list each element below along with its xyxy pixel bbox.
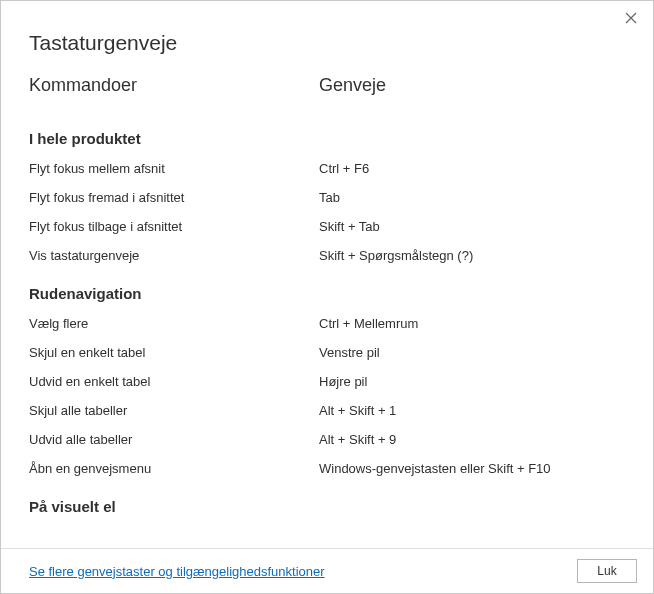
section-product-wide: I hele produktet Flyt fokus mellem afsni… xyxy=(29,130,617,263)
shortcut-row: Skjul en enkelt tabel Venstre pil xyxy=(29,345,617,360)
section-title: Rudenavigation xyxy=(29,285,617,302)
close-button[interactable]: Luk xyxy=(577,559,637,583)
dialog-footer: Se flere genvejstaster og tilgængelighed… xyxy=(1,548,653,593)
shortcuts-scroll-area[interactable]: I hele produktet Flyt fokus mellem afsni… xyxy=(29,124,625,548)
command-label: Udvid alle tabeller xyxy=(29,432,319,447)
shortcut-label: Alt + Skift + 1 xyxy=(319,403,617,418)
shortcut-label: Ctrl + F6 xyxy=(319,161,617,176)
commands-header: Kommandoer xyxy=(29,75,319,96)
shortcut-row: Udvid alle tabeller Alt + Skift + 9 xyxy=(29,432,617,447)
shortcut-row: Flyt fokus mellem afsnit Ctrl + F6 xyxy=(29,161,617,176)
command-label: Åbn en genvejsmenu xyxy=(29,461,319,476)
shortcut-label: Højre pil xyxy=(319,374,617,389)
command-label: Skjul alle tabeller xyxy=(29,403,319,418)
command-label: Vis tastaturgenveje xyxy=(29,248,319,263)
dialog-title: Tastaturgenveje xyxy=(29,31,625,55)
command-label: Vælg flere xyxy=(29,316,319,331)
shortcut-label: Windows-genvejstasten eller Skift + F10 xyxy=(319,461,617,476)
keyboard-shortcuts-dialog: Tastaturgenveje Kommandoer Genveje I hel… xyxy=(0,0,654,594)
command-label: Flyt fokus tilbage i afsnittet xyxy=(29,219,319,234)
shortcut-label: Tab xyxy=(319,190,617,205)
section-title: I hele produktet xyxy=(29,130,617,147)
column-headers: Kommandoer Genveje xyxy=(29,75,625,96)
shortcut-label: Venstre pil xyxy=(319,345,617,360)
shortcut-label: Ctrl + Mellemrum xyxy=(319,316,617,331)
command-label: Flyt fokus fremad i afsnittet xyxy=(29,190,319,205)
shortcut-row: Vis tastaturgenveje Skift + Spørgsmålste… xyxy=(29,248,617,263)
shortcut-label: Skift + Tab xyxy=(319,219,617,234)
command-label: Udvid en enkelt tabel xyxy=(29,374,319,389)
command-label: Flyt fokus mellem afsnit xyxy=(29,161,319,176)
more-shortcuts-link[interactable]: Se flere genvejstaster og tilgængelighed… xyxy=(29,564,325,579)
section-title: På visuelt el xyxy=(29,498,617,515)
shortcut-row: Vælg flere Ctrl + Mellemrum xyxy=(29,316,617,331)
shortcut-label: Skift + Spørgsmålstegn (?) xyxy=(319,248,617,263)
shortcut-row: Skjul alle tabeller Alt + Skift + 1 xyxy=(29,403,617,418)
shortcut-row: Udvid en enkelt tabel Højre pil xyxy=(29,374,617,389)
shortcuts-header: Genveje xyxy=(319,75,625,96)
section-pane-navigation: Rudenavigation Vælg flere Ctrl + Mellemr… xyxy=(29,285,617,476)
shortcut-row: Åbn en genvejsmenu Windows-genvejstasten… xyxy=(29,461,617,476)
section-visual-el: På visuelt el xyxy=(29,498,617,515)
shortcut-row: Flyt fokus tilbage i afsnittet Skift + T… xyxy=(29,219,617,234)
shortcut-label: Alt + Skift + 9 xyxy=(319,432,617,447)
dialog-content: Tastaturgenveje Kommandoer Genveje I hel… xyxy=(1,1,653,548)
shortcut-row: Flyt fokus fremad i afsnittet Tab xyxy=(29,190,617,205)
close-icon[interactable] xyxy=(621,9,641,29)
command-label: Skjul en enkelt tabel xyxy=(29,345,319,360)
